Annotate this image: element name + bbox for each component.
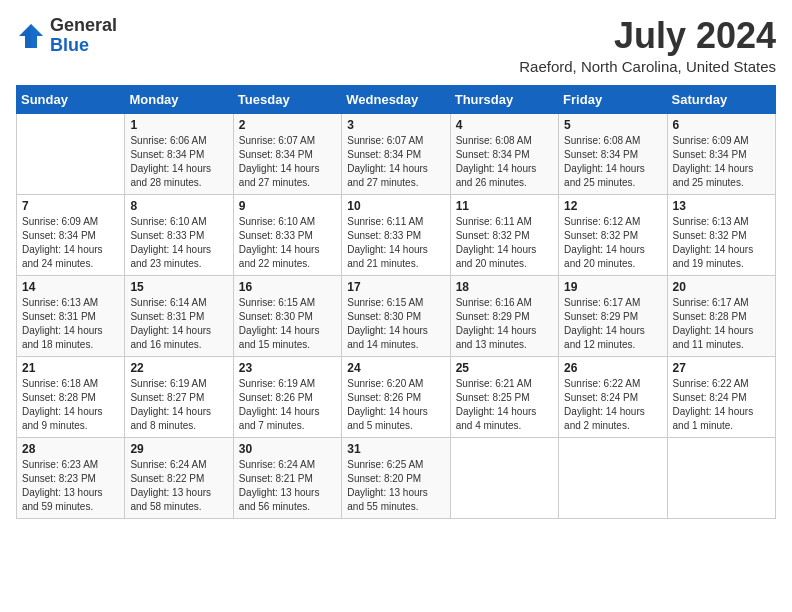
day-detail: Sunrise: 6:11 AM Sunset: 8:33 PM Dayligh… (347, 215, 444, 271)
day-number: 24 (347, 361, 444, 375)
calendar-cell: 3Sunrise: 6:07 AM Sunset: 8:34 PM Daylig… (342, 113, 450, 194)
day-number: 7 (22, 199, 119, 213)
day-number: 13 (673, 199, 770, 213)
calendar-cell: 6Sunrise: 6:09 AM Sunset: 8:34 PM Daylig… (667, 113, 775, 194)
day-detail: Sunrise: 6:15 AM Sunset: 8:30 PM Dayligh… (239, 296, 336, 352)
day-detail: Sunrise: 6:24 AM Sunset: 8:21 PM Dayligh… (239, 458, 336, 514)
day-number: 2 (239, 118, 336, 132)
day-number: 25 (456, 361, 553, 375)
days-of-week-row: SundayMondayTuesdayWednesdayThursdayFrid… (17, 85, 776, 113)
day-detail: Sunrise: 6:21 AM Sunset: 8:25 PM Dayligh… (456, 377, 553, 433)
header: General Blue July 2024 Raeford, North Ca… (16, 16, 776, 75)
day-number: 19 (564, 280, 661, 294)
day-number: 17 (347, 280, 444, 294)
calendar-cell: 14Sunrise: 6:13 AM Sunset: 8:31 PM Dayli… (17, 275, 125, 356)
day-number: 11 (456, 199, 553, 213)
calendar-cell: 20Sunrise: 6:17 AM Sunset: 8:28 PM Dayli… (667, 275, 775, 356)
calendar-cell: 13Sunrise: 6:13 AM Sunset: 8:32 PM Dayli… (667, 194, 775, 275)
day-detail: Sunrise: 6:15 AM Sunset: 8:30 PM Dayligh… (347, 296, 444, 352)
calendar-cell: 9Sunrise: 6:10 AM Sunset: 8:33 PM Daylig… (233, 194, 341, 275)
day-detail: Sunrise: 6:22 AM Sunset: 8:24 PM Dayligh… (673, 377, 770, 433)
day-number: 15 (130, 280, 227, 294)
calendar-cell: 7Sunrise: 6:09 AM Sunset: 8:34 PM Daylig… (17, 194, 125, 275)
calendar-cell: 1Sunrise: 6:06 AM Sunset: 8:34 PM Daylig… (125, 113, 233, 194)
calendar-cell: 12Sunrise: 6:12 AM Sunset: 8:32 PM Dayli… (559, 194, 667, 275)
day-number: 5 (564, 118, 661, 132)
day-detail: Sunrise: 6:08 AM Sunset: 8:34 PM Dayligh… (564, 134, 661, 190)
calendar-cell: 18Sunrise: 6:16 AM Sunset: 8:29 PM Dayli… (450, 275, 558, 356)
day-detail: Sunrise: 6:13 AM Sunset: 8:32 PM Dayligh… (673, 215, 770, 271)
calendar-cell (450, 437, 558, 518)
day-detail: Sunrise: 6:06 AM Sunset: 8:34 PM Dayligh… (130, 134, 227, 190)
calendar-header: SundayMondayTuesdayWednesdayThursdayFrid… (17, 85, 776, 113)
calendar-cell: 29Sunrise: 6:24 AM Sunset: 8:22 PM Dayli… (125, 437, 233, 518)
calendar-cell: 24Sunrise: 6:20 AM Sunset: 8:26 PM Dayli… (342, 356, 450, 437)
day-detail: Sunrise: 6:17 AM Sunset: 8:29 PM Dayligh… (564, 296, 661, 352)
day-of-week-header: Friday (559, 85, 667, 113)
day-detail: Sunrise: 6:24 AM Sunset: 8:22 PM Dayligh… (130, 458, 227, 514)
day-detail: Sunrise: 6:09 AM Sunset: 8:34 PM Dayligh… (22, 215, 119, 271)
day-of-week-header: Monday (125, 85, 233, 113)
day-number: 27 (673, 361, 770, 375)
day-of-week-header: Sunday (17, 85, 125, 113)
calendar-cell: 28Sunrise: 6:23 AM Sunset: 8:23 PM Dayli… (17, 437, 125, 518)
day-of-week-header: Thursday (450, 85, 558, 113)
day-number: 16 (239, 280, 336, 294)
day-detail: Sunrise: 6:09 AM Sunset: 8:34 PM Dayligh… (673, 134, 770, 190)
svg-marker-1 (31, 24, 43, 48)
calendar-week-row: 7Sunrise: 6:09 AM Sunset: 8:34 PM Daylig… (17, 194, 776, 275)
calendar-body: 1Sunrise: 6:06 AM Sunset: 8:34 PM Daylig… (17, 113, 776, 518)
calendar-cell (17, 113, 125, 194)
calendar-cell (559, 437, 667, 518)
calendar-cell: 30Sunrise: 6:24 AM Sunset: 8:21 PM Dayli… (233, 437, 341, 518)
day-number: 18 (456, 280, 553, 294)
day-detail: Sunrise: 6:10 AM Sunset: 8:33 PM Dayligh… (239, 215, 336, 271)
day-number: 29 (130, 442, 227, 456)
calendar-cell: 25Sunrise: 6:21 AM Sunset: 8:25 PM Dayli… (450, 356, 558, 437)
calendar-cell: 19Sunrise: 6:17 AM Sunset: 8:29 PM Dayli… (559, 275, 667, 356)
calendar-week-row: 14Sunrise: 6:13 AM Sunset: 8:31 PM Dayli… (17, 275, 776, 356)
day-number: 10 (347, 199, 444, 213)
day-number: 1 (130, 118, 227, 132)
logo-icon (16, 21, 46, 51)
day-number: 23 (239, 361, 336, 375)
day-number: 3 (347, 118, 444, 132)
calendar-cell: 10Sunrise: 6:11 AM Sunset: 8:33 PM Dayli… (342, 194, 450, 275)
day-number: 31 (347, 442, 444, 456)
day-of-week-header: Tuesday (233, 85, 341, 113)
day-number: 30 (239, 442, 336, 456)
calendar-cell: 22Sunrise: 6:19 AM Sunset: 8:27 PM Dayli… (125, 356, 233, 437)
day-number: 20 (673, 280, 770, 294)
day-number: 14 (22, 280, 119, 294)
calendar-cell: 4Sunrise: 6:08 AM Sunset: 8:34 PM Daylig… (450, 113, 558, 194)
calendar-cell: 31Sunrise: 6:25 AM Sunset: 8:20 PM Dayli… (342, 437, 450, 518)
logo-text: General Blue (50, 16, 117, 56)
location-subtitle: Raeford, North Carolina, United States (519, 58, 776, 75)
day-number: 4 (456, 118, 553, 132)
calendar-cell (667, 437, 775, 518)
calendar-cell: 26Sunrise: 6:22 AM Sunset: 8:24 PM Dayli… (559, 356, 667, 437)
day-number: 28 (22, 442, 119, 456)
day-detail: Sunrise: 6:14 AM Sunset: 8:31 PM Dayligh… (130, 296, 227, 352)
day-detail: Sunrise: 6:19 AM Sunset: 8:26 PM Dayligh… (239, 377, 336, 433)
day-number: 8 (130, 199, 227, 213)
day-number: 9 (239, 199, 336, 213)
logo-general-text: General (50, 15, 117, 35)
calendar-cell: 23Sunrise: 6:19 AM Sunset: 8:26 PM Dayli… (233, 356, 341, 437)
day-detail: Sunrise: 6:19 AM Sunset: 8:27 PM Dayligh… (130, 377, 227, 433)
logo: General Blue (16, 16, 117, 56)
day-detail: Sunrise: 6:10 AM Sunset: 8:33 PM Dayligh… (130, 215, 227, 271)
title-area: July 2024 Raeford, North Carolina, Unite… (519, 16, 776, 75)
calendar-cell: 11Sunrise: 6:11 AM Sunset: 8:32 PM Dayli… (450, 194, 558, 275)
day-detail: Sunrise: 6:16 AM Sunset: 8:29 PM Dayligh… (456, 296, 553, 352)
calendar-cell: 2Sunrise: 6:07 AM Sunset: 8:34 PM Daylig… (233, 113, 341, 194)
logo-blue-text: Blue (50, 35, 89, 55)
day-detail: Sunrise: 6:07 AM Sunset: 8:34 PM Dayligh… (347, 134, 444, 190)
day-detail: Sunrise: 6:12 AM Sunset: 8:32 PM Dayligh… (564, 215, 661, 271)
day-number: 6 (673, 118, 770, 132)
day-detail: Sunrise: 6:23 AM Sunset: 8:23 PM Dayligh… (22, 458, 119, 514)
day-number: 26 (564, 361, 661, 375)
calendar-table: SundayMondayTuesdayWednesdayThursdayFrid… (16, 85, 776, 519)
calendar-week-row: 28Sunrise: 6:23 AM Sunset: 8:23 PM Dayli… (17, 437, 776, 518)
day-detail: Sunrise: 6:13 AM Sunset: 8:31 PM Dayligh… (22, 296, 119, 352)
